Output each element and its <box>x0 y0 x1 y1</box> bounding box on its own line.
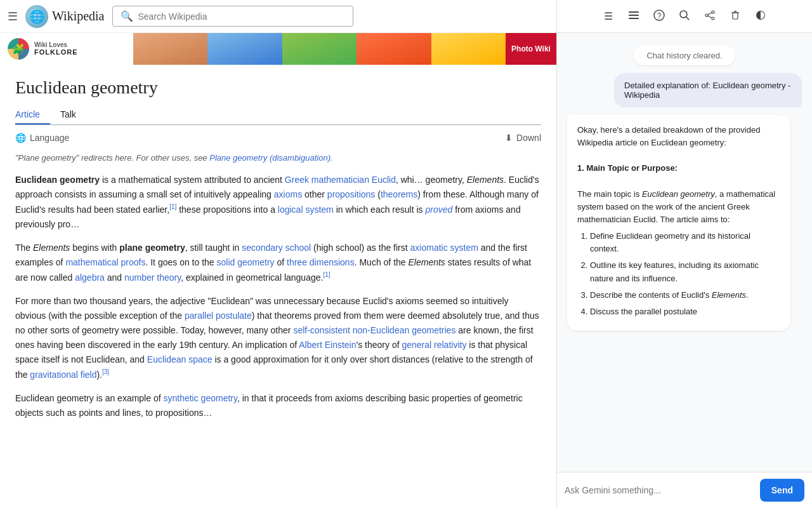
gemini-help-button[interactable]: ? <box>648 5 671 28</box>
note-text: "Plane geometry" redirects here. For oth… <box>15 153 207 163</box>
ai-list: Define Euclidean geometry and its histor… <box>577 230 780 318</box>
gemini-chat-input[interactable] <box>565 485 754 495</box>
propositions-link[interactable]: propositions <box>327 189 376 199</box>
svg-point-7 <box>712 11 714 13</box>
algebra-link[interactable]: algebra <box>75 272 105 283</box>
banner-image-5 <box>431 33 506 65</box>
wiki-globe-icon: 🌐 <box>25 5 48 28</box>
folklore-label: FOLKLORE <box>34 48 78 56</box>
wiki-banner: 🧩 Wiki Loves FOLKLORE Photo Wiki <box>0 33 556 65</box>
article-title: Euclidean geometry <box>15 77 541 98</box>
svg-rect-2 <box>629 18 639 19</box>
ai-list-item-4: Discuss the parallel postulate <box>590 305 780 318</box>
svg-point-9 <box>712 17 714 20</box>
share-icon <box>704 10 716 23</box>
gemini-input-area: Send <box>557 472 812 508</box>
article-paragraph-4: Euclidean geometry is an example of synt… <box>15 391 541 420</box>
einstein-link[interactable]: Albert Einstein <box>299 340 356 350</box>
three-dimensions-link[interactable]: three dimensions <box>287 257 355 267</box>
ai-list-item-1: Define Euclidean geometry and its histor… <box>590 230 780 255</box>
menu-icon: ☰ <box>604 10 613 22</box>
gemini-share-button[interactable] <box>698 5 721 28</box>
gemini-list-button[interactable] <box>622 5 645 28</box>
euclidean-space-link[interactable]: Euclidean space <box>147 354 213 364</box>
banner-images <box>133 33 506 65</box>
wiki-loves-label: Wiki Loves <box>34 41 78 48</box>
parallel-postulate-link[interactable]: parallel postulate <box>185 311 252 321</box>
axioms-link[interactable]: axioms <box>274 189 302 199</box>
download-icon: ⬇ <box>505 133 513 143</box>
article-tabs: Article Talk <box>15 105 541 125</box>
language-label: Language <box>30 133 69 143</box>
wiki-logo[interactable]: 🌐 Wikipedia <box>25 5 105 28</box>
axiomatic-system-link[interactable]: axiomatic system <box>410 243 478 253</box>
article-paragraph-2: The Elements begins with plane geometry,… <box>15 241 541 285</box>
theorems-link[interactable]: theorems <box>381 189 417 199</box>
math-proofs-link[interactable]: mathematical proofs <box>65 257 145 267</box>
secondary-school-link[interactable]: secondary school <box>242 243 311 253</box>
svg-rect-12 <box>733 13 738 19</box>
wiki-logo-text: Wikipedia <box>52 9 105 23</box>
logical-system-link[interactable]: logical system <box>278 204 334 215</box>
gemini-menu-button[interactable]: ☰ <box>597 5 620 28</box>
dark-mode-icon <box>755 10 766 23</box>
note-end: . <box>331 153 333 163</box>
tab-article[interactable]: Article <box>15 105 50 124</box>
article-tools: 🌐 Language ⬇ Downl <box>15 133 541 143</box>
gravitational-field-link[interactable]: gravitational field <box>30 370 96 380</box>
banner-image-4 <box>357 33 431 65</box>
general-relativity-link[interactable]: general relativity <box>402 340 466 350</box>
banner-logo-text: Wiki Loves FOLKLORE <box>34 41 78 56</box>
wiki-search-box[interactable]: 🔍 <box>112 6 353 27</box>
synthetic-geometry-link[interactable]: synthetic geometry <box>163 393 237 403</box>
download-label: Downl <box>516 133 541 143</box>
ai-section1-title: 1. Main Topic or Purpose: <box>577 163 678 173</box>
list-icon <box>628 10 639 23</box>
wikipedia-panel: ☰ 🌐 Wikipedia 🔍 🧩 Wiki Loves FOLKLORE Ph… <box>0 0 557 508</box>
gemini-panel: ☰ ? <box>557 0 812 508</box>
wiki-loves-icon: 🧩 <box>8 38 29 60</box>
ai-list-item-3: Describe the contents of Euclid's Elemen… <box>590 289 780 302</box>
greek-mathematician-link[interactable]: Greek mathematician Euclid <box>285 175 396 185</box>
svg-line-10 <box>708 13 712 15</box>
number-theory-link[interactable]: number theory <box>124 272 181 283</box>
wiki-header: ☰ 🌐 Wikipedia 🔍 <box>0 0 556 33</box>
delete-icon <box>730 10 741 23</box>
ai-intro: Okay, here's a detailed breakdown of the… <box>577 125 760 147</box>
wiki-menu-icon[interactable]: ☰ <box>8 10 18 23</box>
banner-left: 🧩 Wiki Loves FOLKLORE <box>0 33 133 65</box>
svg-rect-1 <box>629 15 639 16</box>
ai-response-bubble: Okay, here's a detailed breakdown of the… <box>567 115 790 331</box>
article-disambiguation-note: "Plane geometry" redirects here. For oth… <box>15 153 541 163</box>
gemini-search-button[interactable] <box>673 5 696 28</box>
solid-geometry-link[interactable]: solid geometry <box>217 257 275 267</box>
wiki-article-content: Euclidean geometry Article Talk 🌐 Langua… <box>0 65 556 508</box>
disambiguation-link[interactable]: Plane geometry (disambiguation) <box>209 153 331 163</box>
language-icon: 🌐 <box>15 133 26 143</box>
ai-list-item-2: Outline its key features, including its … <box>590 259 780 284</box>
system-message: Chat history cleared. <box>634 46 735 65</box>
language-button[interactable]: 🌐 Language <box>15 133 69 143</box>
svg-text:?: ? <box>657 11 662 20</box>
svg-line-11 <box>708 16 712 18</box>
download-button[interactable]: ⬇ Downl <box>505 133 541 143</box>
tab-talk[interactable]: Talk <box>60 105 86 124</box>
banner-photo-text: Photo Wiki <box>506 33 556 65</box>
user-message-bubble: Detailed explanation of: Euclidean geome… <box>614 73 802 107</box>
non-euclidean-link[interactable]: self-consistent non-Euclidean geometries <box>293 325 455 335</box>
gemini-delete-button[interactable] <box>724 5 747 28</box>
svg-point-8 <box>705 14 708 17</box>
search-input[interactable] <box>138 11 345 22</box>
gemini-toolbar: ☰ ? <box>557 0 812 33</box>
help-icon: ? <box>653 10 665 23</box>
gemini-send-button[interactable]: Send <box>760 479 804 502</box>
banner-image-1 <box>133 33 207 65</box>
article-paragraph-3: For more than two thousand years, the ad… <box>15 294 541 382</box>
gemini-dark-mode-button[interactable] <box>749 5 772 28</box>
article-paragraph-1: Euclidean geometry is a mathematical sys… <box>15 173 541 232</box>
article-body: Euclidean geometry is a mathematical sys… <box>15 173 541 420</box>
proved-link[interactable]: proved <box>425 204 452 215</box>
banner-image-2 <box>207 33 282 65</box>
banner-image-3 <box>282 33 357 65</box>
gemini-chat-area: Chat history cleared. Detailed explanati… <box>557 33 812 472</box>
